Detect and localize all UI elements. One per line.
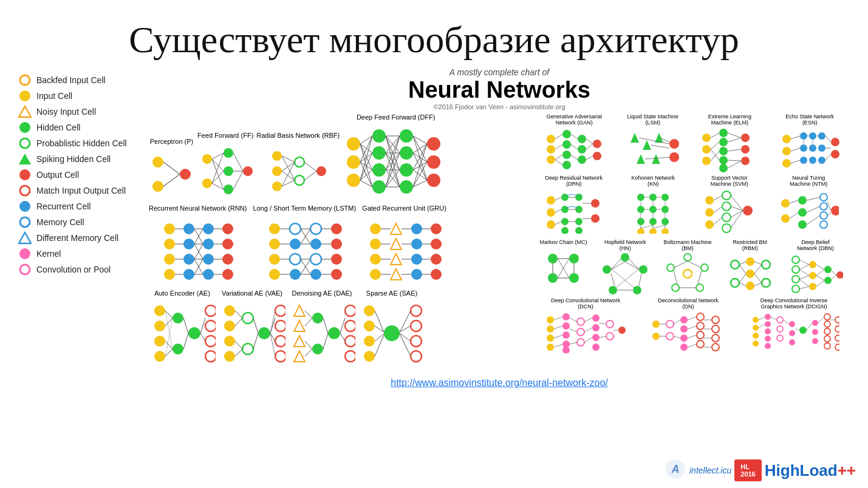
svg-point-38 bbox=[316, 166, 326, 176]
svg-line-555 bbox=[688, 326, 697, 329]
legend-item-match-io: Match Input Output Cell bbox=[18, 184, 149, 197]
svg-point-108 bbox=[183, 269, 194, 280]
svg-point-352 bbox=[547, 220, 555, 229]
svg-point-576 bbox=[789, 339, 795, 345]
svg-point-6 bbox=[19, 169, 30, 180]
svg-point-519 bbox=[606, 333, 613, 340]
svg-point-379 bbox=[661, 218, 669, 225]
svg-line-408 bbox=[714, 217, 722, 225]
svg-point-177 bbox=[411, 254, 422, 265]
memory-label: Memory Cell bbox=[36, 217, 84, 227]
svg-point-149 bbox=[331, 254, 342, 265]
svg-line-529 bbox=[584, 328, 592, 332]
ntm-net: Neural Turing Machine (NTM) bbox=[778, 175, 839, 237]
gan-label: Generative Adversarial Network (GAN) bbox=[542, 114, 606, 126]
svg-point-14 bbox=[152, 181, 163, 192]
svg-point-202 bbox=[205, 305, 216, 316]
svg-point-541 bbox=[680, 344, 688, 351]
svg-point-58 bbox=[427, 137, 440, 151]
svg-point-224 bbox=[275, 320, 285, 331]
svg-point-114 bbox=[222, 239, 233, 249]
svg-line-479 bbox=[754, 283, 762, 286]
svg-line-343 bbox=[825, 136, 831, 142]
svg-point-141 bbox=[290, 254, 301, 265]
svg-point-535 bbox=[652, 333, 660, 340]
svg-point-421 bbox=[820, 221, 827, 228]
svg-point-564 bbox=[753, 333, 759, 339]
svg-point-55 bbox=[400, 146, 413, 160]
ntm-diagram bbox=[778, 188, 839, 237]
svg-line-596 bbox=[818, 317, 824, 323]
svg-point-47 bbox=[347, 137, 360, 151]
svg-point-35 bbox=[272, 181, 282, 191]
svg-point-480 bbox=[792, 256, 799, 263]
svg-line-27 bbox=[212, 153, 224, 183]
svg-point-261 bbox=[411, 305, 422, 316]
svg-point-374 bbox=[637, 206, 644, 213]
svg-line-521 bbox=[554, 317, 562, 320]
svg-point-430 bbox=[548, 254, 558, 263]
legend-item-prob-hidden: Probablistic Hidden Cell bbox=[18, 137, 149, 150]
mc-net: Markov Chain (MC) bbox=[539, 239, 587, 289]
svg-point-587 bbox=[835, 326, 839, 332]
svg-line-424 bbox=[790, 212, 798, 219]
svg-point-59 bbox=[427, 155, 440, 169]
neural-zoo-link[interactable]: http://www.asimovinstitute.org/neural-ne… bbox=[391, 378, 607, 388]
svg-line-71 bbox=[360, 170, 372, 180]
right-networks: Generative Adversarial Network (GAN) bbox=[528, 114, 850, 374]
svg-line-231 bbox=[253, 318, 258, 333]
svg-point-169 bbox=[370, 254, 381, 265]
svg-line-427 bbox=[807, 215, 820, 225]
svg-point-258 bbox=[364, 336, 375, 347]
svg-point-54 bbox=[400, 129, 413, 143]
svg-point-512 bbox=[577, 328, 584, 336]
svg-point-380 bbox=[637, 228, 644, 234]
svg-point-513 bbox=[577, 339, 584, 346]
networks-container: Perceptron (P) bbox=[149, 114, 850, 374]
svg-line-462 bbox=[698, 271, 702, 284]
svg-point-179 bbox=[431, 223, 442, 234]
svg-point-520 bbox=[618, 327, 626, 334]
svg-point-382 bbox=[661, 228, 669, 234]
svg-point-543 bbox=[697, 322, 704, 330]
hidden-label: Hidden Cell bbox=[36, 123, 80, 132]
svg-point-567 bbox=[765, 321, 771, 327]
svg-line-491 bbox=[799, 265, 809, 269]
convolution-label: Convolution or Pool bbox=[36, 265, 111, 274]
svg-point-457 bbox=[672, 284, 679, 291]
drn-diagram bbox=[544, 188, 604, 234]
svg-line-252 bbox=[323, 318, 328, 333]
ae-label: Auto Encoder (AE) bbox=[154, 290, 210, 297]
svg-point-105 bbox=[183, 223, 194, 234]
svg-line-411 bbox=[731, 211, 743, 217]
svg-point-371 bbox=[637, 194, 644, 201]
svg-line-287 bbox=[555, 155, 562, 160]
svg-line-492 bbox=[799, 269, 809, 276]
svg-line-235 bbox=[270, 311, 275, 333]
svg-point-334 bbox=[818, 144, 825, 152]
svg-point-147 bbox=[331, 223, 342, 234]
svg-point-107 bbox=[183, 254, 194, 265]
svm-diagram bbox=[702, 188, 757, 234]
svg-point-360 bbox=[575, 227, 583, 234]
svg-point-3 bbox=[19, 122, 30, 133]
svg-point-259 bbox=[364, 351, 375, 362]
svg-line-210 bbox=[183, 318, 188, 333]
svg-line-363 bbox=[555, 197, 561, 200]
perceptron-net: Perceptron (P) bbox=[149, 138, 194, 202]
svg-point-538 bbox=[680, 316, 688, 324]
svg-point-140 bbox=[290, 239, 301, 249]
svg-marker-173 bbox=[391, 254, 402, 265]
svg-line-303 bbox=[651, 145, 669, 148]
svg-point-311 bbox=[719, 147, 728, 155]
page-title: Существует многообразие архитектур bbox=[18, 18, 850, 61]
svg-point-548 bbox=[712, 334, 719, 342]
svg-line-32 bbox=[233, 171, 243, 189]
esn-diagram bbox=[779, 127, 840, 172]
svg-point-327 bbox=[782, 147, 791, 155]
legend-item-diff-memory: Different Memory Cell bbox=[18, 231, 149, 245]
svg-point-201 bbox=[188, 327, 200, 339]
svg-point-581 bbox=[824, 314, 830, 320]
dbn-diagram bbox=[788, 252, 843, 295]
svg-point-203 bbox=[205, 320, 216, 331]
